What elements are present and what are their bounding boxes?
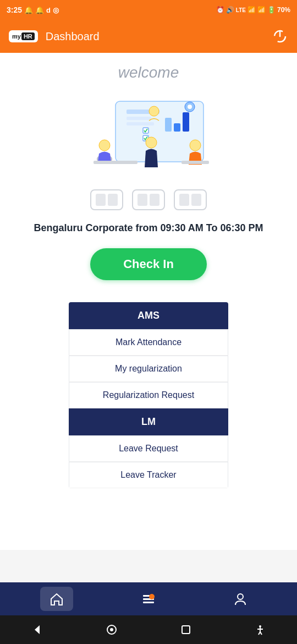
lm-header: LM <box>69 408 228 435</box>
header-title: Dashboard <box>46 30 100 43</box>
mark-attendance-item[interactable]: Mark Attendance <box>69 329 228 356</box>
welcome-text: welcome <box>118 64 179 81</box>
ams-header: AMS <box>69 302 228 329</box>
svg-point-27 <box>110 628 113 631</box>
checkin-button[interactable]: Check In <box>90 248 207 280</box>
main-content: welcome <box>0 53 297 550</box>
android-nav-bar <box>0 615 297 644</box>
letter-icon: d <box>46 6 51 14</box>
svg-point-29 <box>259 625 261 627</box>
illustration <box>88 90 209 178</box>
svg-marker-25 <box>35 625 40 634</box>
digit <box>138 194 147 206</box>
svg-point-16 <box>146 137 157 148</box>
status-time: 3:25 🔔 🔔 d ◎ <box>7 6 59 14</box>
svg-line-33 <box>260 632 262 635</box>
recents-button[interactable] <box>176 620 196 640</box>
svg-rect-5 <box>127 122 154 125</box>
nav-profile[interactable] <box>224 587 257 611</box>
volume-icon: 🔊 <box>226 6 234 14</box>
nav-home[interactable] <box>40 587 73 611</box>
my-regularization-item[interactable]: My regularization <box>69 356 228 382</box>
svg-point-15 <box>99 140 110 151</box>
ams-section: AMS Mark Attendance My regularization Re… <box>69 302 228 488</box>
time-box-1 <box>90 189 123 210</box>
svg-rect-28 <box>182 626 190 634</box>
power-button[interactable] <box>272 28 288 45</box>
status-bar: 3:25 🔔 🔔 d ◎ ⏰ 🔊 LTE 📶 📶 🔋 70% <box>0 0 297 20</box>
back-button[interactable] <box>28 620 47 640</box>
logo-container: my HR Dashboard <box>9 30 100 43</box>
digit <box>108 194 118 206</box>
battery-icon: 🔋 <box>267 6 276 14</box>
target-icon: ◎ <box>53 6 59 14</box>
battery-percent: 70% <box>277 6 290 14</box>
regularization-request-item[interactable]: Regularization Request <box>69 382 228 408</box>
nav-menu[interactable] <box>132 587 165 611</box>
digit <box>191 194 201 206</box>
svg-point-10 <box>188 105 192 109</box>
location-text: Bengaluru Corporate from 09:30 AM To 06:… <box>23 221 274 235</box>
svg-point-23 <box>149 594 155 599</box>
svg-point-11 <box>149 106 159 116</box>
signal-icon-2: 📶 <box>257 6 266 14</box>
svg-rect-12 <box>143 128 148 133</box>
accessibility-button[interactable] <box>250 620 270 640</box>
time-display-boxes <box>90 189 207 210</box>
svg-rect-22 <box>143 602 154 603</box>
svg-rect-7 <box>174 123 180 132</box>
leave-tracker-item[interactable]: Leave Tracker <box>69 462 228 488</box>
svg-rect-19 <box>182 161 209 164</box>
digit <box>179 194 189 206</box>
signal-icon: 📶 <box>248 6 256 14</box>
svg-rect-6 <box>165 118 172 132</box>
logo: my HR <box>9 30 38 42</box>
time-display: 3:25 <box>7 6 22 14</box>
svg-rect-18 <box>94 161 138 164</box>
notification-icon: 🔔 <box>24 6 33 14</box>
svg-rect-8 <box>183 112 189 132</box>
clock-icon: ⏰ <box>216 6 224 14</box>
svg-rect-4 <box>127 117 151 120</box>
leave-request-item[interactable]: Leave Request <box>69 435 228 462</box>
home-button[interactable] <box>102 620 122 640</box>
digit <box>96 194 106 206</box>
app-header: my HR Dashboard <box>0 20 297 53</box>
status-right-icons: ⏰ 🔊 LTE 📶 📶 🔋 70% <box>216 6 290 14</box>
notification-icon-2: 🔔 <box>35 6 44 14</box>
lte-label: LTE <box>236 7 246 13</box>
bottom-navigation <box>0 582 297 615</box>
digit <box>150 194 160 206</box>
svg-point-24 <box>238 594 243 599</box>
svg-point-17 <box>190 140 201 151</box>
time-box-2 <box>132 189 165 210</box>
time-box-3 <box>174 189 207 210</box>
